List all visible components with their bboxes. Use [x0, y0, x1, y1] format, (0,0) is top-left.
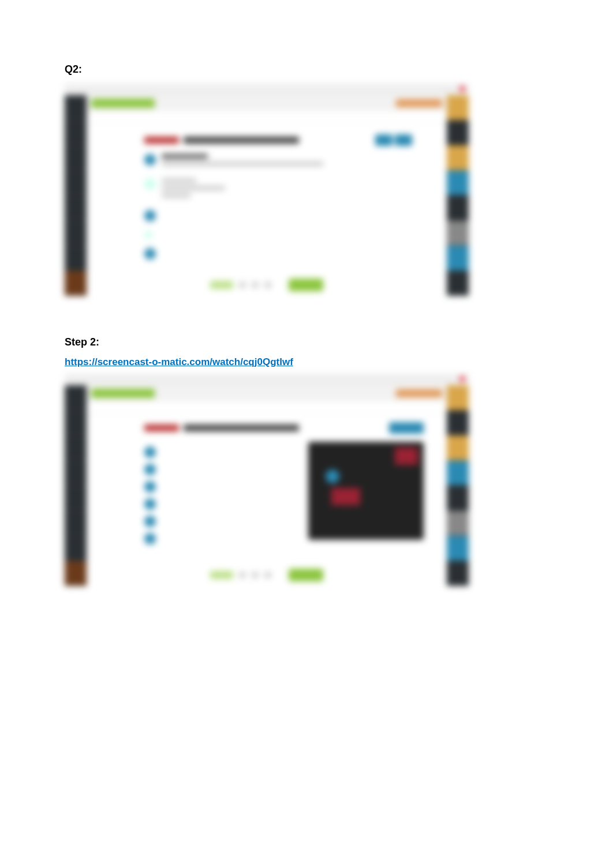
step-dot	[144, 498, 156, 510]
tab-bar	[87, 95, 447, 111]
blurred-text	[162, 193, 190, 198]
computer-case-image	[308, 442, 424, 540]
footer-button	[289, 279, 323, 291]
step-dot	[144, 481, 156, 493]
header-badge	[396, 99, 442, 107]
footer-bar	[87, 569, 447, 581]
title-accent	[144, 137, 179, 144]
title-accent	[144, 424, 179, 431]
right-sidebar	[447, 95, 469, 296]
breadcrumb	[87, 401, 447, 414]
blurred-text	[162, 161, 323, 166]
footer-button	[289, 569, 323, 581]
active-tab	[91, 389, 155, 398]
step-dot	[144, 533, 156, 544]
step-dot	[144, 178, 156, 190]
content-title	[184, 424, 299, 431]
step-dot	[144, 210, 156, 221]
heading-q2: Q2:	[65, 63, 548, 76]
screenshot-1	[65, 84, 469, 296]
step-dot	[144, 231, 152, 239]
blurred-text	[162, 154, 208, 159]
breadcrumb	[87, 111, 447, 124]
window-titlebar	[65, 374, 469, 385]
step-dot	[144, 464, 156, 475]
tab-bar	[87, 385, 447, 401]
blurred-text	[162, 186, 225, 190]
left-sidebar	[65, 385, 87, 586]
window-titlebar	[65, 84, 469, 95]
step-dot	[144, 516, 156, 527]
step-dot	[144, 154, 156, 166]
step-dot	[144, 248, 156, 260]
close-icon	[459, 86, 465, 92]
heading-step2: Step 2:	[65, 336, 548, 348]
active-tab	[91, 99, 155, 108]
left-sidebar	[65, 95, 87, 296]
close-icon	[459, 376, 465, 382]
footer-chip	[210, 281, 233, 289]
action-button	[395, 134, 412, 146]
footer-bar	[87, 279, 447, 291]
screenshot-2	[65, 374, 469, 586]
blurred-text	[162, 178, 196, 183]
action-button	[375, 134, 393, 146]
action-button	[389, 422, 424, 434]
screencast-link[interactable]: https://screencast-o-matic.com/watch/cqj…	[65, 356, 548, 368]
header-badge	[396, 389, 442, 397]
step-dot	[144, 446, 156, 458]
footer-chip	[210, 571, 233, 579]
right-sidebar	[447, 385, 469, 586]
content-title	[184, 137, 299, 144]
